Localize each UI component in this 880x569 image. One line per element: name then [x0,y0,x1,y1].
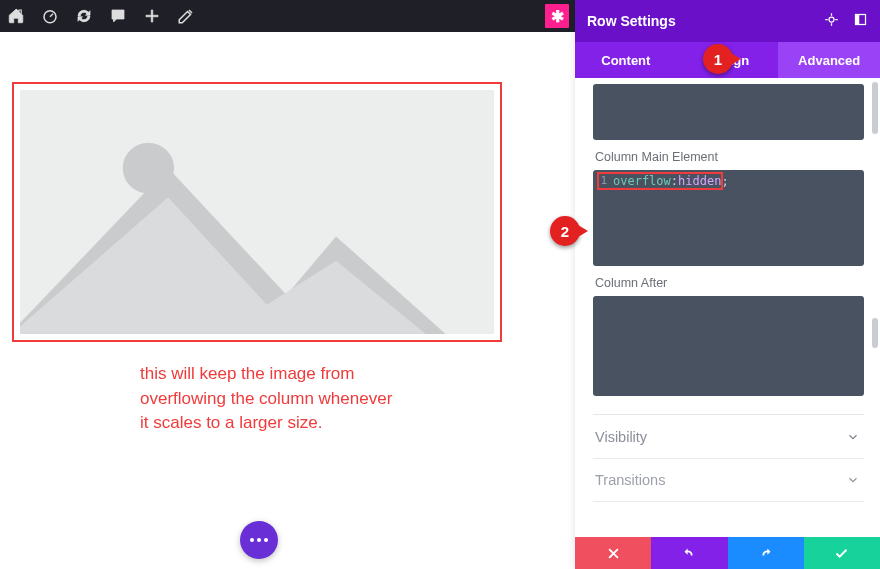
css-before-input[interactable] [593,84,864,140]
css-main-input[interactable]: 1 overflow:hidden; [593,170,864,266]
svg-rect-5 [856,15,860,25]
panel-title: Row Settings [587,13,676,29]
tab-label: Advanced [798,53,860,68]
collapse-icon[interactable] [853,12,868,30]
accordion-label: Transitions [595,472,665,488]
annotation-number: 1 [714,51,722,68]
settings-panel: Row Settings Content Design Advanced Col… [575,0,880,569]
field-label-col-after: Column After [595,276,864,290]
code-line: overflow:hidden; [593,170,864,192]
home-icon[interactable] [6,6,26,26]
tab-content[interactable]: Content [575,42,677,78]
chevron-down-icon [846,430,860,444]
svg-point-3 [829,17,834,22]
builder-canvas: this will keep the image from overflowin… [0,32,575,569]
pencil-icon[interactable] [176,6,196,26]
dots-icon [250,538,268,542]
scrollbar-thumb[interactable] [872,318,878,348]
panel-header: Row Settings [575,0,880,42]
redo-button[interactable] [728,537,804,569]
comment-icon[interactable] [108,6,128,26]
chevron-down-icon [846,473,860,487]
annotation-caption: this will keep the image from overflowin… [140,362,400,436]
save-button[interactable] [804,537,880,569]
line-gutter: 1 [593,170,609,266]
target-icon[interactable] [824,12,839,30]
scrollbar-thumb[interactable] [872,82,878,134]
panel-actionbar [575,537,880,569]
annotation-step-1: 1 [693,44,733,74]
tab-label: Content [601,53,650,68]
accordion-label: Visibility [595,429,647,445]
panel-scroll-area[interactable]: Column Main Element 1 overflow:hidden; C… [575,78,880,537]
selected-image-module[interactable] [12,82,502,342]
field-label-col-main: Column Main Element [595,150,864,164]
gauge-icon[interactable] [40,6,60,26]
css-after-input[interactable] [593,296,864,396]
annotation-number: 2 [561,223,569,240]
brand-glyph: ✱ [551,7,564,26]
accordion-transitions[interactable]: Transitions [593,458,864,502]
admin-topbar: ✱ [0,0,575,32]
annotation-step-2: 2 [540,216,580,246]
undo-button[interactable] [651,537,727,569]
tab-advanced[interactable]: Advanced [778,42,880,78]
brand-badge[interactable]: ✱ [545,4,569,28]
module-options-fab[interactable] [240,521,278,559]
accordion-visibility[interactable]: Visibility [593,414,864,458]
sync-icon[interactable] [74,6,94,26]
image-placeholder [20,90,494,334]
discard-button[interactable] [575,537,651,569]
plus-icon[interactable] [142,6,162,26]
